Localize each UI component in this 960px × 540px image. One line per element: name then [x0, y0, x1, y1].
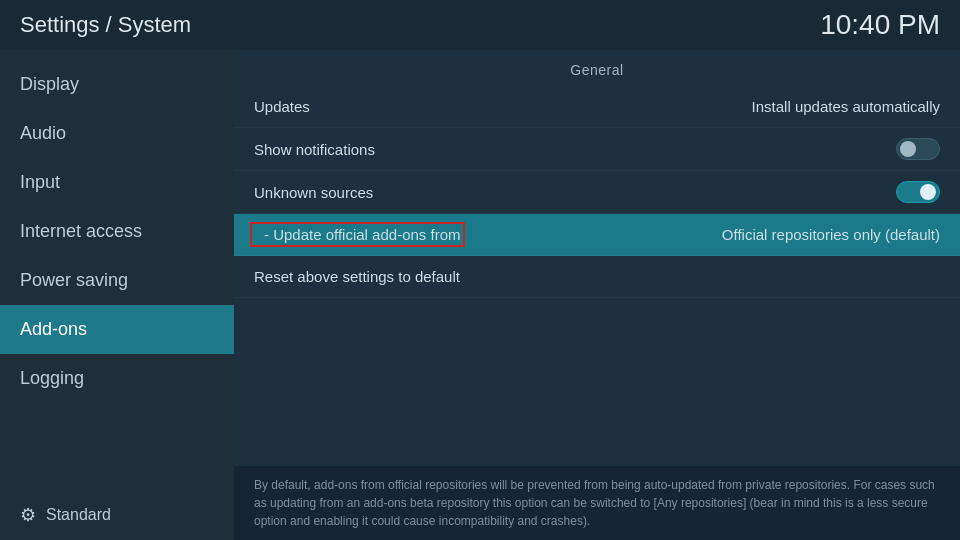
setting-label-updates: Updates [254, 98, 310, 115]
setting-label-update-official-addons: - Update official add-ons from [254, 226, 461, 243]
toggle-knob-unknown-sources [920, 184, 936, 200]
sidebar-item-internet-access[interactable]: Internet access [0, 207, 234, 256]
clock: 10:40 PM [820, 9, 940, 41]
toggle-knob-show-notifications [900, 141, 916, 157]
sidebar-item-add-ons[interactable]: Add-ons [0, 305, 234, 354]
sidebar-item-input[interactable]: Input [0, 158, 234, 207]
setting-row-unknown-sources[interactable]: Unknown sources [234, 171, 960, 214]
setting-row-updates[interactable]: UpdatesInstall updates automatically [234, 86, 960, 128]
header: Settings / System 10:40 PM [0, 0, 960, 50]
toggle-unknown-sources[interactable] [896, 181, 940, 203]
sidebar-item-audio[interactable]: Audio [0, 109, 234, 158]
setting-label-reset-settings: Reset above settings to default [254, 268, 460, 285]
section-header: General [234, 50, 960, 86]
description-text: By default, add-ons from official reposi… [234, 466, 960, 540]
setting-row-show-notifications[interactable]: Show notifications [234, 128, 960, 171]
setting-row-update-official-addons[interactable]: - Update official add-ons fromOfficial r… [234, 214, 960, 256]
setting-value-update-official-addons: Official repositories only (default) [722, 226, 940, 243]
setting-row-reset-settings[interactable]: Reset above settings to default [234, 256, 960, 298]
sidebar-footer[interactable]: ⚙ Standard [0, 490, 234, 540]
setting-label-unknown-sources: Unknown sources [254, 184, 373, 201]
sidebar-item-logging[interactable]: Logging [0, 354, 234, 403]
profile-label: Standard [46, 506, 111, 524]
settings-content: General UpdatesInstall updates automatic… [234, 50, 960, 466]
sidebar: DisplayAudioInputInternet accessPower sa… [0, 50, 234, 540]
toggle-show-notifications[interactable] [896, 138, 940, 160]
setting-label-show-notifications: Show notifications [254, 141, 375, 158]
settings-list: UpdatesInstall updates automaticallyShow… [234, 86, 960, 298]
sidebar-item-power-saving[interactable]: Power saving [0, 256, 234, 305]
sidebar-nav: DisplayAudioInputInternet accessPower sa… [0, 60, 234, 403]
gear-icon: ⚙ [20, 504, 36, 526]
page-title: Settings / System [20, 12, 191, 38]
setting-value-updates: Install updates automatically [752, 98, 940, 115]
sidebar-item-display[interactable]: Display [0, 60, 234, 109]
main-content: General UpdatesInstall updates automatic… [234, 50, 960, 540]
